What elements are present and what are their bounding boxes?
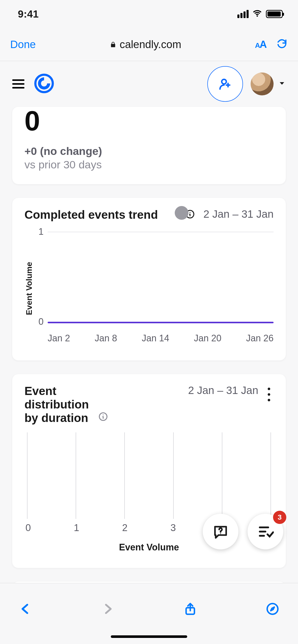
svg-point-0 — [256, 15, 258, 17]
wifi-icon — [252, 8, 262, 20]
lock-icon — [110, 38, 117, 51]
trend-chart: Event Volume 1 0 Jan 2 Jan 8 Jan 14 Jan … — [24, 229, 274, 348]
svg-point-7 — [267, 604, 278, 614]
x-tick: 0 — [25, 522, 31, 533]
date-range: 2 Jan – 31 Jan — [188, 384, 258, 397]
x-tick: 3 — [170, 522, 176, 533]
svg-point-5 — [220, 533, 221, 534]
gridline — [48, 232, 274, 232]
y-tick: 0 — [38, 316, 44, 327]
chevron-down-icon — [278, 80, 286, 88]
browser-top-bar: Done calendly.com AA — [0, 28, 298, 61]
chart-title: Completed events trend — [24, 208, 179, 222]
x-axis-ticks: Jan 2 Jan 8 Jan 14 Jan 20 Jan 26 — [48, 333, 274, 344]
menu-button[interactable] — [12, 79, 24, 89]
share-button[interactable] — [183, 602, 197, 617]
info-icon[interactable] — [184, 208, 196, 220]
status-icons — [237, 8, 283, 20]
done-button[interactable]: Done — [10, 38, 36, 51]
x-tick: Jan 20 — [194, 333, 221, 344]
browser-footer — [0, 583, 298, 644]
home-indicator[interactable] — [111, 635, 187, 638]
fab-row: 3 — [203, 514, 283, 549]
x-tick: Jan 26 — [246, 333, 274, 344]
chart-title: Event distribution by duration — [24, 384, 91, 425]
url-text: calendly.com — [120, 38, 181, 51]
metric-value: 0 — [24, 107, 274, 135]
metric-compare: vs prior 30 days — [24, 158, 274, 171]
calendly-logo[interactable] — [34, 73, 55, 95]
cellular-icon — [237, 10, 249, 18]
date-range: 2 Jan – 31 Jan — [203, 208, 274, 220]
safari-button[interactable] — [265, 602, 280, 617]
status-bar: 9:41 — [0, 0, 298, 28]
y-axis-label: Event Volume — [24, 229, 34, 348]
x-tick: Jan 14 — [142, 333, 169, 344]
browser-actions: AA — [255, 38, 288, 51]
metric-card: 0 +0 (no change) vs prior 30 days — [12, 107, 286, 184]
app-header — [0, 61, 298, 107]
avatar — [251, 72, 274, 95]
svg-point-2 — [222, 79, 226, 84]
status-time: 9:41 — [18, 8, 39, 20]
metric-change: +0 (no change) — [24, 145, 274, 157]
chart-line — [48, 322, 274, 323]
x-tick: 2 — [122, 522, 128, 533]
help-chat-button[interactable] — [203, 514, 238, 549]
more-button[interactable] — [264, 384, 274, 405]
completed-events-trend-card: Completed events trend 2 Jan – 31 Jan Ev… — [12, 198, 286, 360]
battery-icon — [266, 10, 283, 18]
x-tick: 1 — [74, 522, 79, 533]
back-button[interactable] — [18, 602, 33, 617]
reload-button[interactable] — [276, 38, 288, 51]
y-tick: 1 — [38, 226, 44, 237]
forward-button — [101, 602, 115, 617]
invite-user-button[interactable] — [207, 66, 243, 102]
tasks-badge: 3 — [273, 511, 286, 524]
tasks-button[interactable]: 3 — [248, 514, 283, 549]
text-size-button[interactable]: AA — [255, 39, 266, 50]
info-icon[interactable] — [97, 411, 109, 423]
account-menu[interactable] — [251, 72, 286, 95]
x-tick: Jan 8 — [95, 333, 117, 344]
chart-gridlines — [24, 432, 274, 519]
x-tick: Jan 2 — [48, 333, 70, 344]
url-display[interactable]: calendly.com — [110, 38, 181, 51]
